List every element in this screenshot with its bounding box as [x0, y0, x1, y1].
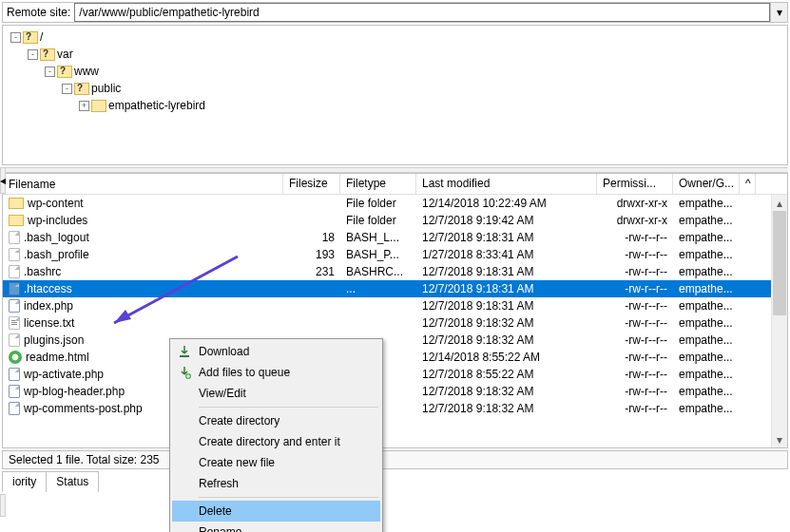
filename-text: wp-includes [28, 214, 87, 227]
filename-text: wp-content [28, 197, 84, 210]
menu-view-edit[interactable]: View/Edit [172, 383, 380, 404]
filename-text: .bash_profile [24, 248, 89, 261]
menu-refresh[interactable]: Refresh [172, 473, 380, 494]
file-row[interactable]: plugins.json12/7/2018 9:18:32 AM-rw-r--r… [3, 332, 771, 349]
menu-createfile-label: Create new file [199, 456, 275, 469]
scroll-up-button[interactable]: ▴ [772, 195, 787, 211]
col-scroll-spacer[interactable]: ^ [740, 174, 756, 194]
folder-icon [91, 100, 106, 112]
file-row[interactable]: wp-comments-post.php12/7/2018 9:18:32 AM… [3, 400, 771, 417]
cell-owner: empathe... [673, 316, 740, 330]
cell-mod: 12/7/2018 9:18:31 AM [416, 231, 597, 244]
file-rows-container[interactable]: wp-contentFile folder12/14/2018 10:22:49… [3, 195, 771, 447]
tree-node[interactable]: -/ [9, 28, 781, 46]
cell-owner: empathe... [673, 282, 740, 295]
file-row[interactable]: .htaccess...12/7/2018 9:18:31 AM-rw-r--r… [3, 280, 771, 297]
tree-node[interactable]: -var [9, 46, 781, 63]
tab-status[interactable]: Status [46, 471, 99, 492]
col-permissions[interactable]: Permissi... [597, 174, 673, 194]
tab-priority[interactable]: iority [2, 471, 46, 492]
cell-size: 18 [283, 231, 340, 244]
menu-create-directory[interactable]: Create directory [172, 410, 380, 431]
tree-label: / [40, 30, 43, 44]
tree-label: www [74, 65, 99, 78]
menu-create-directory-enter[interactable]: Create directory and enter it [172, 431, 380, 452]
menu-download[interactable]: Download [172, 341, 380, 362]
cell-perm: -rw-r--r-- [597, 385, 673, 398]
filename-text: wp-activate.php [24, 368, 104, 381]
left-splitter-handle[interactable]: ◂ [0, 167, 6, 194]
file-row[interactable]: .bash_profile193BASH_P...1/27/2018 8:33:… [3, 246, 771, 263]
remote-site-label: Remote site: [3, 6, 74, 19]
cell-type: BASH_L... [340, 231, 416, 244]
menu-rename[interactable]: Rename [172, 522, 380, 532]
cell-mod: 12/7/2018 9:18:31 AM [416, 265, 597, 278]
php-icon [9, 368, 20, 381]
tree-node[interactable]: -public [9, 80, 781, 97]
download-icon [177, 344, 192, 359]
menu-delete[interactable]: Delete [172, 501, 380, 522]
cell-size: 231 [283, 265, 340, 278]
menu-createdir-label: Create directory [199, 414, 279, 428]
file-row[interactable]: wp-activate.php12/7/2018 8:55:22 AM-rw-r… [3, 366, 771, 383]
tree-expander[interactable]: + [79, 101, 89, 111]
tree-expander[interactable]: - [45, 66, 55, 77]
menu-add-to-queue[interactable]: Add files to queue [172, 362, 380, 383]
tree-node[interactable]: +empathetic-lyrebird [9, 97, 781, 114]
cell-perm: -rw-r--r-- [597, 402, 673, 415]
remote-path-dropdown[interactable]: ▾ [770, 3, 787, 22]
col-modified[interactable]: Last modified [416, 174, 597, 194]
tree-expander[interactable]: - [10, 32, 21, 43]
cell-type: BASHRC... [340, 265, 416, 278]
file-row[interactable]: wp-contentFile folder12/14/2018 10:22:49… [3, 195, 771, 212]
file-row[interactable]: .bash_logout18BASH_L...12/7/2018 9:18:31… [3, 229, 771, 246]
menu-add-queue-label: Add files to queue [199, 366, 290, 379]
cell-mod: 1/27/2018 8:33:41 AM [416, 248, 597, 261]
cell-owner: empathe... [673, 299, 740, 313]
cell-type: File folder [340, 197, 416, 210]
file-row[interactable]: wp-blog-header.php12/7/2018 9:18:32 AM-r… [3, 383, 771, 400]
filename-text: readme.html [26, 351, 89, 364]
cell-mod: 12/7/2018 9:19:42 AM [416, 214, 597, 227]
svg-rect-0 [180, 355, 189, 357]
txt-icon [9, 316, 20, 330]
col-filesize[interactable]: Filesize [283, 174, 340, 194]
cell-perm: -rw-r--r-- [597, 231, 673, 244]
tree-expander[interactable]: - [62, 84, 72, 94]
scroll-thumb[interactable] [773, 211, 786, 315]
cell-perm: -rw-r--r-- [597, 299, 673, 313]
cell-mod: 12/7/2018 8:55:22 AM [416, 368, 597, 381]
scroll-track[interactable] [772, 211, 787, 431]
file-row[interactable]: index.php12/7/2018 9:18:31 AM-rw-r--r--e… [3, 297, 771, 314]
cell-perm: -rw-r--r-- [597, 316, 673, 330]
col-filename[interactable]: Filename [3, 174, 283, 194]
horizontal-splitter[interactable] [2, 167, 788, 173]
file-icon [9, 231, 20, 244]
menu-create-file[interactable]: Create new file [172, 452, 380, 473]
file-icon [9, 265, 20, 278]
remote-tree-pane[interactable]: -/-var-www-public+empathetic-lyrebird [2, 25, 788, 165]
col-filetype[interactable]: Filetype [340, 174, 416, 194]
cell-perm: drwxr-xr-x [597, 214, 673, 227]
left-splitter-handle-2[interactable] [0, 494, 6, 517]
tree-node[interactable]: -www [9, 63, 781, 80]
file-list-header[interactable]: Filename Filesize Filetype Last modified… [3, 174, 787, 195]
file-row[interactable]: readme.html12/14/2018 8:55:22 AM-rw-r--r… [3, 349, 771, 366]
remote-path-input[interactable]: /var/www/public/empathetic-lyrebird [74, 3, 770, 22]
vertical-scrollbar[interactable]: ▴ ▾ [771, 195, 787, 447]
cell-owner: empathe... [673, 333, 740, 347]
file-row[interactable]: license.txt12/7/2018 9:18:32 AM-rw-r--r-… [3, 314, 771, 332]
tree-label: empathetic-lyrebird [108, 99, 205, 112]
col-owner[interactable]: Owner/G... [673, 174, 740, 194]
file-row[interactable]: .bashrc231BASHRC...12/7/2018 9:18:31 AM-… [3, 263, 771, 280]
filename-text: index.php [24, 299, 73, 313]
tree-expander[interactable]: - [28, 49, 38, 60]
cell-mod: 12/7/2018 9:18:32 AM [416, 385, 597, 398]
scroll-down-button[interactable]: ▾ [772, 431, 787, 447]
cell-perm: -rw-r--r-- [597, 368, 673, 381]
filename-text: .bash_logout [24, 231, 89, 244]
chevron-down-icon: ▾ [777, 6, 782, 19]
file-row[interactable]: wp-includesFile folder12/7/2018 9:19:42 … [3, 212, 771, 229]
tree-label: public [91, 82, 121, 95]
filename-text: wp-blog-header.php [24, 385, 125, 398]
